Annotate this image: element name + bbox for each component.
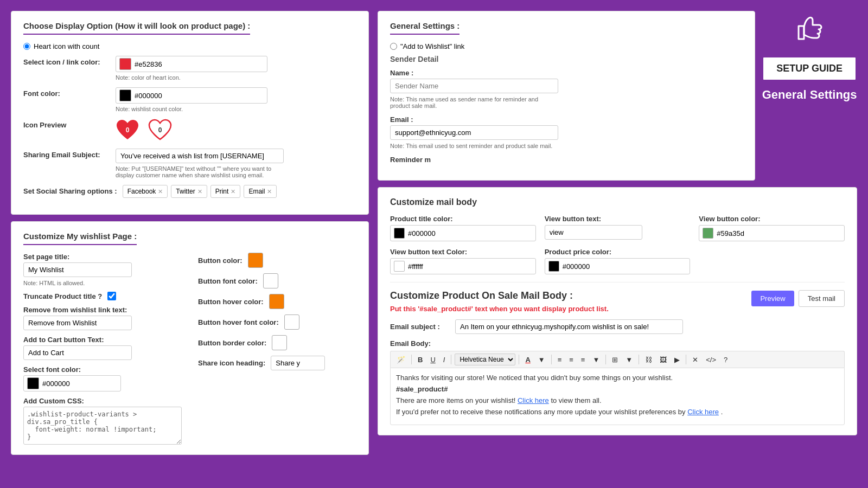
toolbar-bold[interactable]: B	[415, 354, 425, 365]
toolbar-font-color[interactable]: A	[522, 354, 533, 365]
twitter-tag[interactable]: Twitter ✕	[171, 185, 207, 198]
twitter-remove[interactable]: ✕	[197, 188, 202, 195]
sale-desc: Put this '#sale_product#' text when you …	[390, 305, 609, 313]
share-icon-heading-input[interactable]	[271, 356, 325, 370]
font-color-row: Font color: #000000 Note: wishlist count…	[23, 87, 356, 112]
heart-icon-radio[interactable]	[23, 43, 30, 50]
view-button-color-swatch[interactable]	[703, 228, 713, 239]
toolbar-code[interactable]: </>	[703, 354, 719, 365]
page-title-input[interactable]	[23, 262, 132, 277]
button-hover-font-swatch[interactable]	[284, 314, 299, 330]
toolbar-dropdown-arrow[interactable]: ▼	[535, 354, 548, 365]
preview-test-buttons: Preview Test mail	[751, 290, 845, 307]
toolbar-sep-4	[551, 355, 552, 364]
toolbar-sep-3	[519, 355, 519, 364]
toolbar-sep-1	[411, 355, 412, 364]
add-to-cart-input[interactable]	[23, 345, 132, 360]
test-mail-button[interactable]: Test mail	[799, 290, 845, 307]
toolbar-list-ul[interactable]: ≡	[555, 354, 565, 365]
heart-outline-count: 0	[158, 126, 162, 134]
email-body-line2: #sale_product#	[396, 385, 839, 393]
button-font-color-row: Button font color:	[198, 273, 356, 288]
toolbar-underline[interactable]: U	[427, 354, 438, 365]
preview-button[interactable]: Preview	[751, 291, 794, 306]
product-title-color-swatch[interactable]	[394, 228, 405, 239]
toolbar-wand[interactable]: 🪄	[394, 354, 408, 365]
toolbar-align-arrow[interactable]: ▼	[590, 354, 602, 365]
toolbar-help[interactable]: ?	[721, 354, 730, 365]
setup-guide-button[interactable]: SETUP GUIDE	[762, 56, 857, 81]
display-option-title: Choose Display Option (How it will look …	[23, 21, 250, 35]
mail-body-panel: Customize mail body Product title color:…	[378, 187, 857, 435]
select-font-row: Select font color: #000000	[23, 365, 182, 391]
toolbar-table-arrow[interactable]: ▼	[623, 354, 635, 365]
email-body-link1[interactable]: Click here	[518, 396, 549, 404]
email-tag[interactable]: Email ✕	[244, 185, 277, 198]
reminder-row: Reminder m	[390, 156, 743, 164]
thumbs-up-icon	[793, 11, 826, 43]
toolbar-link[interactable]: ⛓	[642, 354, 655, 365]
view-btn-text-color-input[interactable]: #ffffff	[390, 258, 536, 274]
sale-mail-section: Customize Product On Sale Mail Body : Pu…	[390, 282, 845, 425]
add-to-wishlist-radio-row[interactable]: "Add to Wishlist" link	[390, 42, 743, 50]
toolbar-align[interactable]: ≡	[578, 354, 588, 365]
icon-color-input[interactable]: #e52836	[116, 56, 267, 72]
email-body-link2[interactable]: Click here	[687, 408, 719, 416]
toolbar-clear[interactable]: ✕	[690, 354, 701, 365]
heart-icon-label: Heart icon with count	[34, 42, 99, 50]
email-body-line1: Thanks for visiting our store! We notice…	[396, 374, 839, 382]
share-icon-heading-row: Share icon heading:	[198, 356, 356, 370]
button-color-swatch[interactable]	[248, 253, 263, 268]
toolbar-font-select[interactable]: Helvetica Neue	[455, 354, 515, 365]
mail-grid: Product title color: #000000 View button…	[390, 215, 845, 274]
select-font-color-input[interactable]: #000000	[23, 375, 121, 391]
sender-email-input[interactable]	[390, 125, 558, 140]
facebook-remove[interactable]: ✕	[158, 188, 163, 195]
heart-filled-count: 0	[126, 126, 130, 134]
button-color-row: Button color:	[198, 253, 356, 268]
font-color-swatch-2[interactable]	[27, 377, 39, 389]
general-settings-sidebar-label: General Settings	[762, 88, 857, 102]
email-remove[interactable]: ✕	[267, 188, 272, 195]
sharing-email-input[interactable]	[116, 149, 284, 163]
icon-color-row: Select icon / link color: #e52836 Note: …	[23, 56, 356, 81]
truncate-row: Truncate Product title ?	[23, 292, 182, 300]
social-sharing-row: Set Social Sharing options : Facebook ✕ …	[23, 185, 356, 198]
icon-color-swatch[interactable]	[119, 58, 131, 70]
view-button-color-input[interactable]: #59a35d	[699, 225, 845, 241]
toolbar-embed[interactable]: ▶	[672, 354, 682, 365]
product-title-color-input[interactable]: #000000	[390, 225, 536, 241]
email-subject-input[interactable]	[455, 319, 683, 334]
product-price-color-input[interactable]: #000000	[545, 258, 691, 274]
add-to-wishlist-radio[interactable]	[390, 43, 397, 50]
print-tag[interactable]: Print ✕	[210, 185, 241, 198]
email-subject-row: Email subject :	[390, 319, 845, 334]
button-border-swatch[interactable]	[272, 335, 287, 350]
icon-preview-row: Icon Preview 0 0	[23, 119, 356, 142]
toolbar-list-ol[interactable]: ≡	[566, 354, 576, 365]
wishlist-page-panel: Customize My wishlist Page : Set page ti…	[11, 221, 369, 455]
product-price-color-swatch[interactable]	[548, 261, 559, 272]
view-button-text-input[interactable]	[545, 225, 642, 240]
font-color-label: Font color:	[23, 87, 110, 98]
heart-icon-radio-row[interactable]: Heart icon with count	[23, 42, 356, 50]
email-body-area[interactable]: Thanks for visiting our store! We notice…	[390, 368, 845, 425]
font-color-swatch[interactable]	[119, 89, 131, 101]
view-btn-text-color-swatch[interactable]	[394, 261, 405, 272]
truncate-checkbox[interactable]	[107, 292, 116, 300]
toolbar-image[interactable]: 🖼	[657, 354, 669, 365]
print-remove[interactable]: ✕	[231, 188, 235, 195]
icon-preview-wrap: 0 0	[116, 119, 172, 142]
remove-text-input[interactable]	[23, 316, 132, 330]
sender-name-input[interactable]	[390, 79, 558, 93]
toolbar-italic[interactable]: I	[441, 354, 448, 365]
font-color-input[interactable]: #000000	[116, 87, 267, 104]
button-font-color-swatch[interactable]	[263, 273, 278, 288]
add-to-cart-row: Add to Cart button Text:	[23, 336, 182, 360]
wishlist-page-title: Customize My wishlist Page :	[23, 232, 137, 245]
button-hover-color-swatch[interactable]	[269, 294, 284, 309]
toolbar-table[interactable]: ⊞	[609, 354, 621, 365]
facebook-tag[interactable]: Facebook ✕	[123, 185, 168, 198]
custom-css-textarea[interactable]: .wishlist-product-variants > div.sa_pro_…	[23, 407, 182, 445]
view-button-color-col: View button color: #59a35d	[699, 215, 845, 241]
